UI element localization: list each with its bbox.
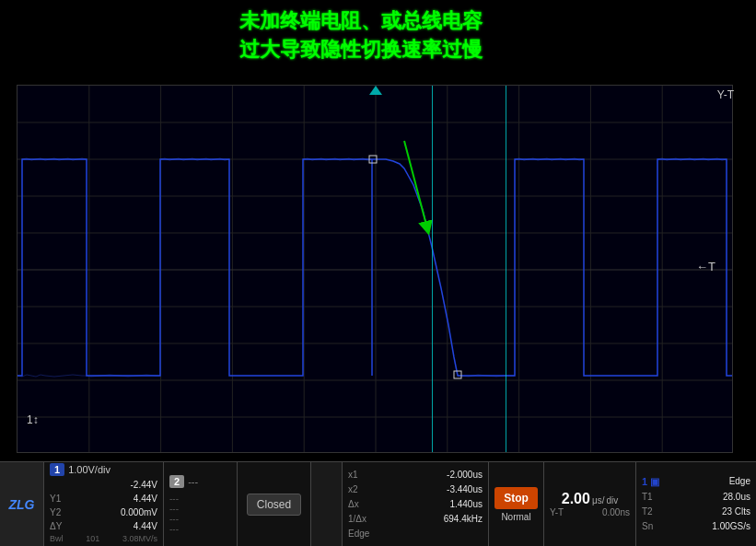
cursor-x1-label: x1: [348, 468, 358, 482]
cursor-invx-label: 1/Δx: [348, 512, 366, 527]
timebase-panel: 2.00 μs/ div Y-T 0.00ns: [544, 462, 636, 546]
ch2-line2: ---: [169, 504, 231, 514]
trig-ch: 1: [642, 476, 647, 487]
trig-t2-label: T2: [642, 505, 653, 519]
ch1-y2-value: 0.000mV: [121, 505, 157, 519]
timebase-offset: 0.00ns: [602, 507, 630, 517]
ch1-y1-value: 4.44V: [134, 492, 157, 505]
cursor-x1-value: -2.000us: [447, 468, 483, 482]
ch1-measurements: -2.44V Y1 4.44V Y2 0.000mV ΔY 4.44V Bwl …: [50, 478, 157, 546]
cursor-dx-value: 1.440us: [449, 497, 483, 512]
ch2-dashes: ---: [188, 476, 198, 487]
ch1-dy-label: ΔY: [50, 519, 62, 533]
status-bar: ZLG 1 1.00V/div -2.44V Y1 4.44V Y2 0.000…: [0, 461, 756, 546]
ch2-panel: 2 --- --- --- --- ---: [164, 462, 238, 546]
ch2-badge: 2: [169, 475, 184, 488]
timebase-sub: Y-T: [550, 507, 564, 517]
ch1-y1-label: Y1: [50, 492, 61, 505]
trig-ch-indicator: 1 ▣: [642, 474, 659, 491]
t-arrow: ←T: [696, 260, 715, 273]
zlg-text: ZLG: [9, 497, 35, 512]
ch1-bwl: Bwl: [50, 533, 64, 546]
trig-edge: Edge: [729, 474, 750, 491]
annotation-overlay: 未加终端电阻、或总线电容 过大导致隐性切换速率过慢: [239, 7, 483, 64]
ch2-line3: ---: [169, 514, 231, 524]
cursor-x2-value: -3.440us: [447, 482, 483, 497]
normal-label: Normal: [501, 512, 530, 522]
ch2-line1: ---: [169, 494, 231, 504]
ch2-line4: ---: [169, 524, 231, 534]
trigger-panel: 1 ▣ Edge T1 28.0us T2 23 Clts Sn 1.00GS/…: [636, 462, 756, 546]
cursor-x1[interactable]: [432, 86, 433, 452]
closed-button[interactable]: Closed: [247, 494, 301, 516]
trig-sr-label: Sn: [642, 519, 653, 534]
trig-t1-val: 28.0us: [723, 490, 750, 505]
annotation-line2: 过大导致隐性切换速率过慢: [239, 36, 483, 64]
closed-panel: Closed: [238, 462, 311, 546]
ch1-dy-value: 4.44V: [134, 519, 157, 533]
zlg-logo: ZLG: [0, 462, 44, 546]
cursor-measurements-panel: x1 -2.000us x2 -3.440us Δx 1.440us 1/Δx …: [342, 462, 489, 546]
timebase-value: 2.00: [562, 491, 590, 507]
cursor-x2-label: x2: [348, 482, 358, 497]
waveform-display: ←T 1↕: [17, 85, 733, 453]
stop-button[interactable]: Stop: [494, 487, 538, 509]
cursor-edge-label: Edge: [348, 527, 369, 541]
ch1-scale: 1.00V/div: [68, 464, 110, 475]
stop-panel: Stop Normal: [489, 462, 544, 546]
spacer: [311, 462, 342, 546]
ch1-level-marker: 1↕: [27, 413, 39, 426]
trig-t2-val: 23 Clts: [722, 505, 750, 519]
cursor-dx-label: Δx: [348, 497, 359, 512]
ch1-panel: 1 1.00V/div -2.44V Y1 4.44V Y2 0.000mV Δ…: [44, 462, 164, 546]
cursor-invx-value: 694.4kHz: [444, 512, 483, 527]
oscilloscope: 未加终端电阻、或总线电容 过大导致隐性切换速率过慢: [0, 0, 756, 546]
ch1-badge: 1: [50, 463, 64, 476]
waveform-trace: [17, 86, 732, 452]
ch1-y2-label: Y2: [50, 505, 61, 519]
timebase-div: div: [606, 495, 618, 505]
trig-sr-val: 1.00GS/s: [712, 519, 750, 534]
timebase-unit: μs/: [592, 495, 605, 505]
trig-t1-label: T1: [642, 490, 653, 505]
ch1-bwl-val: 101: [86, 533, 99, 546]
svg-line-21: [404, 141, 427, 228]
yt-label: Y-T: [717, 88, 734, 101]
ch1-offset-value: -2.44V: [131, 478, 157, 492]
annotation-line1: 未加终端电阻、或总线电容: [239, 7, 483, 36]
cursor-x2[interactable]: [506, 86, 506, 452]
ch1-rate-val: 3.08MV/s: [122, 533, 157, 546]
